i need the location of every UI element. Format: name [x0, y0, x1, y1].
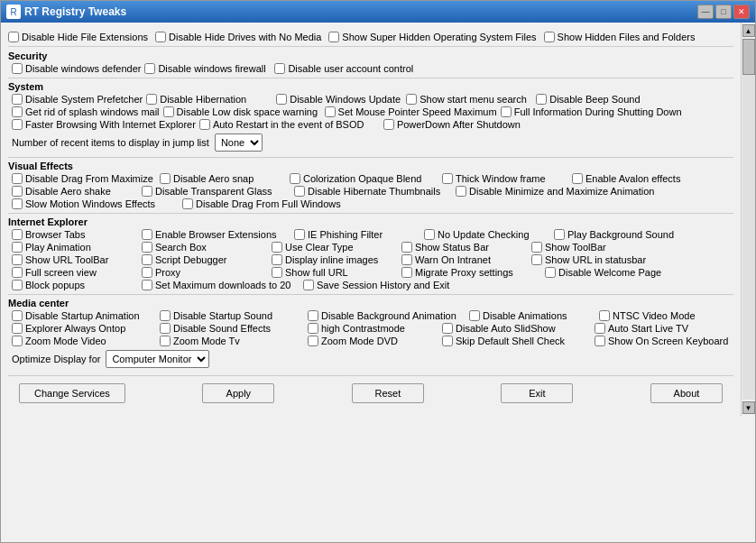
cb-show-full-url-input[interactable] — [272, 267, 282, 278]
cb-enable-avalon[interactable]: Enable Avalon effects — [572, 173, 698, 184]
cb-disable-auto-slideshow[interactable]: Disable Auto SlidShow — [442, 323, 591, 334]
cb-proxy-input[interactable] — [142, 267, 152, 278]
cb-slow-motion-effects-input[interactable] — [12, 198, 23, 209]
cb-show-start-menu-search[interactable]: Show start menu search — [406, 94, 532, 105]
cb-display-inline-images-input[interactable] — [272, 254, 282, 265]
cb-script-debugger-input[interactable] — [142, 254, 152, 265]
cb-zoom-mode-tv[interactable]: Zoom Mode Tv — [160, 336, 304, 346]
cb-fullscreen-view[interactable]: Full screen view — [12, 267, 138, 278]
cb-show-on-screen-kb[interactable]: Show On Screen Keyboard — [595, 336, 728, 346]
cb-zoom-mode-video-input[interactable] — [12, 336, 23, 346]
cb-play-bg-sound-input[interactable] — [554, 229, 565, 240]
cb-use-clear-type-input[interactable] — [272, 242, 282, 253]
cb-search-box-input[interactable] — [142, 242, 152, 253]
cb-show-status-bar[interactable]: Show Status Bar — [401, 242, 528, 253]
cb-disable-min-max-anim-input[interactable] — [456, 186, 466, 197]
cb-mouse-pointer-speed-input[interactable] — [325, 106, 336, 117]
cb-block-popups-input[interactable] — [12, 280, 23, 290]
cb-enable-browser-ext[interactable]: Enable Browser Extensions — [142, 229, 290, 240]
cb-enable-browser-ext-input[interactable] — [142, 229, 152, 240]
jump-list-select[interactable]: None 5 10 15 20 — [215, 133, 263, 152]
cb-disable-firewall[interactable]: Disable windows firewall — [144, 63, 271, 74]
cb-disable-sound-effects-input[interactable] — [160, 323, 171, 334]
cb-disable-bg-anim[interactable]: Disable Background Animation — [308, 310, 466, 321]
cb-migrate-proxy-input[interactable] — [401, 267, 412, 278]
cb-show-on-screen-kb-input[interactable] — [595, 336, 605, 346]
cb-show-status-bar-input[interactable] — [401, 242, 412, 253]
cb-thick-window-frame[interactable]: Thick Window frame — [442, 173, 568, 184]
cb-mouse-pointer-speed[interactable]: Set Mouse Pointer Speed Maximum — [325, 106, 497, 117]
cb-disable-defender[interactable]: Disable windows defender — [12, 63, 141, 74]
cb-disable-aero-snap[interactable]: Disable Aero snap — [160, 173, 286, 184]
cb-get-rid-splash[interactable]: Get rid of splash windows mail — [12, 106, 160, 117]
cb-browser-tabs-input[interactable] — [12, 229, 23, 240]
cb-block-popups[interactable]: Block popups — [12, 280, 138, 290]
cb-disable-drag-max-input[interactable] — [12, 173, 23, 184]
cb-show-url-toolbar[interactable]: Show URL ToolBar — [12, 254, 138, 265]
cb-disable-animations-input[interactable] — [469, 310, 480, 321]
cb-disable-low-disk-input[interactable] — [163, 106, 174, 117]
cb-save-session-history[interactable]: Save Session History and Exit — [303, 280, 470, 290]
reset-button[interactable]: Reset — [352, 383, 424, 403]
cb-show-url-statusbar[interactable]: Show URL in statusbar — [531, 254, 658, 265]
cb-disable-aero-snap-input[interactable] — [160, 173, 171, 184]
cb-faster-browsing-input[interactable] — [12, 119, 23, 130]
cb-disable-hide-file-ext-input[interactable] — [8, 32, 19, 42]
cb-ntsc-video[interactable]: NTSC Video Mode — [599, 310, 725, 321]
cb-play-animation-input[interactable] — [12, 242, 23, 253]
cb-disable-auto-slideshow-input[interactable] — [442, 323, 453, 334]
cb-disable-welcome[interactable]: Disable Welcome Page — [545, 267, 671, 278]
cb-ntsc-video-input[interactable] — [599, 310, 610, 321]
cb-disable-startup-sound[interactable]: Disable Startup Sound — [160, 310, 304, 321]
cb-auto-start-live-tv[interactable]: Auto Start Live TV — [595, 323, 721, 334]
cb-disable-drag-full[interactable]: Disable Drag From Full Windows — [182, 198, 341, 209]
cb-disable-startup-anim-input[interactable] — [12, 310, 23, 321]
scroll-up-button[interactable]: ▲ — [742, 24, 755, 37]
cb-save-session-history-input[interactable] — [303, 280, 314, 290]
cb-search-box[interactable]: Search Box — [142, 242, 268, 253]
cb-disable-firewall-input[interactable] — [144, 63, 155, 74]
cb-disable-uac-input[interactable] — [274, 63, 285, 74]
cb-disable-hide-drives-input[interactable] — [155, 32, 166, 42]
change-services-button[interactable]: Change Services — [19, 383, 125, 403]
cb-disable-hide-file-ext[interactable]: Disable Hide File Extensions — [8, 32, 148, 42]
cb-disable-transparent-glass[interactable]: Disable Transparent Glass — [142, 186, 290, 197]
scroll-down-button[interactable]: ▼ — [742, 401, 755, 414]
cb-zoom-mode-dvd[interactable]: Zoom Mode DVD — [308, 336, 438, 346]
cb-full-info-shutdown-input[interactable] — [501, 106, 512, 117]
cb-zoom-mode-dvd-input[interactable] — [308, 336, 318, 346]
cb-show-super-hidden-input[interactable] — [328, 32, 339, 42]
cb-disable-startup-anim[interactable]: Disable Startup Animation — [12, 310, 156, 321]
cb-disable-sys-prefetcher-input[interactable] — [12, 94, 23, 105]
cb-disable-min-max-anim[interactable]: Disable Minimize and Maximize Animation — [456, 186, 663, 197]
cb-disable-hibernate-thumb-input[interactable] — [294, 186, 305, 197]
cb-disable-hibernation-input[interactable] — [146, 94, 157, 105]
cb-thick-window-frame-input[interactable] — [442, 173, 453, 184]
cb-high-contrast[interactable]: high Contrastmode — [308, 323, 438, 334]
scroll-thumb[interactable] — [742, 39, 755, 75]
cb-skip-default-shell[interactable]: Skip Default Shell Check — [442, 336, 591, 346]
cb-no-update-checking-input[interactable] — [424, 229, 435, 240]
cb-disable-hibernation[interactable]: Disable Hibernation — [146, 94, 272, 105]
cb-enable-avalon-input[interactable] — [572, 173, 583, 184]
cb-script-debugger[interactable]: Script Debugger — [142, 254, 268, 265]
cb-show-start-menu-search-input[interactable] — [406, 94, 417, 105]
cb-browser-tabs[interactable]: Browser Tabs — [12, 229, 138, 240]
cb-disable-hide-drives[interactable]: Disable Hide Drives with No Media — [155, 32, 321, 42]
cb-auto-start-live-tv-input[interactable] — [595, 323, 605, 334]
cb-show-hidden-files[interactable]: Show Hidden Files and Folders — [544, 32, 696, 42]
optimize-display-select[interactable]: Computer Monitor TV Projector — [106, 350, 209, 368]
cb-show-toolbar-input[interactable] — [531, 242, 542, 253]
maximize-button[interactable]: □ — [715, 5, 732, 19]
cb-disable-drag-full-input[interactable] — [182, 198, 193, 209]
cb-no-update-checking[interactable]: No Update Checking — [424, 229, 550, 240]
cb-slow-motion-effects[interactable]: Slow Motion Windows Effects — [12, 198, 179, 209]
cb-max-downloads-input[interactable] — [142, 280, 152, 290]
cb-max-downloads[interactable]: Set Maximum downloads to 20 — [142, 280, 300, 290]
cb-ie-phishing-filter-input[interactable] — [294, 229, 305, 240]
cb-zoom-mode-video[interactable]: Zoom Mode Video — [12, 336, 156, 346]
cb-high-contrast-input[interactable] — [308, 323, 318, 334]
apply-button[interactable]: Apply — [202, 383, 274, 403]
cb-disable-defender-input[interactable] — [12, 63, 23, 74]
cb-show-url-statusbar-input[interactable] — [531, 254, 542, 265]
